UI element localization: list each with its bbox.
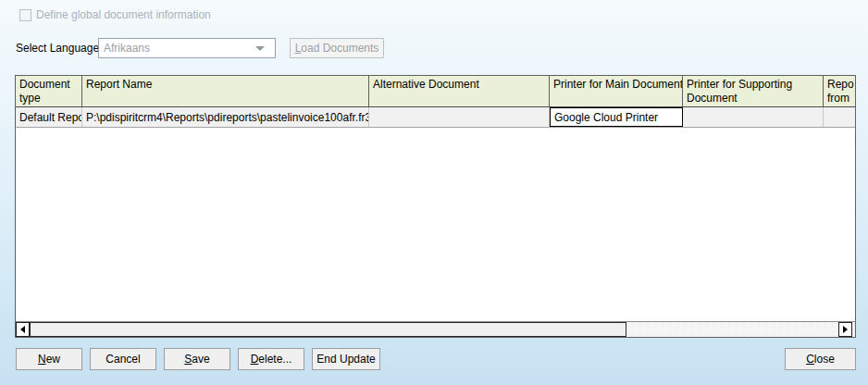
column-header-report-from[interactable]: Repo from E xyxy=(824,76,855,106)
horizontal-scrollbar[interactable] xyxy=(16,321,855,337)
scrollbar-thumb[interactable] xyxy=(30,322,626,337)
scrollbar-right-button[interactable] xyxy=(838,322,852,337)
cancel-button[interactable]: Cancel xyxy=(90,348,156,370)
cell-alternative-document[interactable] xyxy=(369,107,550,127)
documents-table: Document type Report Name Alternative Do… xyxy=(15,75,856,338)
new-button[interactable]: New xyxy=(16,348,82,370)
language-select[interactable]: Afrikaans xyxy=(98,38,276,58)
define-global-checkbox[interactable] xyxy=(19,9,31,21)
cell-printer-supporting[interactable] xyxy=(683,107,824,127)
chevron-down-icon xyxy=(255,46,265,51)
delete-button[interactable]: Delete... xyxy=(238,348,304,370)
column-header-alternative-document[interactable]: Alternative Document xyxy=(369,76,550,106)
define-global-row: Define global document information xyxy=(19,8,211,21)
column-header-printer-main[interactable]: Printer for Main Document xyxy=(550,76,683,106)
define-global-checkbox-label: Define global document information xyxy=(36,8,211,21)
arrow-left-icon xyxy=(20,326,25,333)
end-update-button[interactable]: End Update xyxy=(312,348,380,370)
document-information-dialog: Define global document information Selec… xyxy=(0,0,868,385)
language-select-value: Afrikaans xyxy=(104,42,150,55)
column-header-report-name[interactable]: Report Name xyxy=(82,76,369,106)
cell-report-from[interactable] xyxy=(824,107,855,127)
select-language-label: Select Language: xyxy=(16,42,102,55)
close-button[interactable]: Close xyxy=(785,348,856,370)
scrollbar-left-button[interactable] xyxy=(16,322,30,337)
load-documents-button[interactable]: Load Documents xyxy=(290,38,384,58)
table-empty-area xyxy=(16,128,855,321)
cell-document-type[interactable]: Default Report xyxy=(16,107,82,127)
arrow-right-icon xyxy=(843,326,848,333)
column-header-document-type[interactable]: Document type xyxy=(16,76,82,106)
cell-report-name[interactable]: P:\pdispiritcrm4\Reports\pdireports\past… xyxy=(82,107,369,127)
cell-printer-main-selected[interactable]: Google Cloud Printer xyxy=(550,107,683,127)
table-header-row: Document type Report Name Alternative Do… xyxy=(16,76,855,107)
save-button[interactable]: Save xyxy=(164,348,230,370)
column-header-printer-supporting[interactable]: Printer for Supporting Document xyxy=(683,76,824,106)
table-row: Default Report P:\pdispiritcrm4\Reports\… xyxy=(16,107,855,128)
